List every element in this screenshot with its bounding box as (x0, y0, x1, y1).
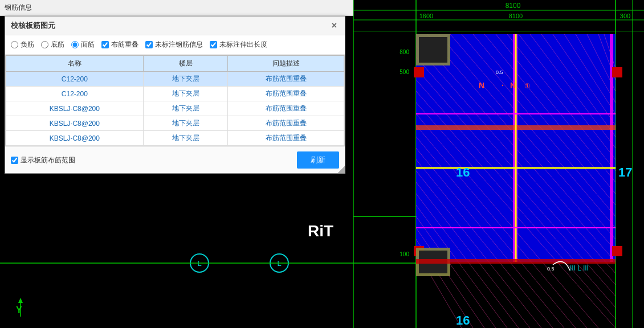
dialog-title-text: 校核板筋图元 (11, 20, 55, 31)
resize-handle[interactable] (338, 166, 345, 173)
svg-text:III   L   III: III L III (570, 264, 589, 272)
cell-floor: 地下夹层 (143, 72, 228, 87)
check-overlap-input[interactable] (101, 41, 109, 48)
top-bar: 钢筋信息 (0, 0, 353, 16)
cell-name: C12-200 (6, 87, 144, 101)
svg-text:1600: 1600 (419, 13, 433, 19)
top-bar-title: 钢筋信息 (5, 3, 32, 13)
svg-rect-59 (612, 67, 622, 77)
radio-bot-input[interactable] (41, 41, 48, 48)
radio-neg[interactable]: 负筋 (11, 40, 34, 50)
refresh-button[interactable]: 刷新 (297, 151, 339, 169)
check-show-range-label: 显示板筋布筋范围 (21, 155, 75, 165)
cell-issue: 布筋范围重叠 (228, 72, 344, 87)
svg-text:800: 800 (400, 49, 409, 55)
radio-face-label: 面筋 (81, 40, 95, 50)
dialog-bottom: 显示板筋布筋范围 刷新 (5, 146, 345, 173)
check-extend[interactable]: 未标注伸出长度 (210, 40, 267, 50)
radio-bot-label: 底筋 (51, 40, 64, 50)
svg-text:RiT: RiT (308, 222, 333, 240)
dialog-title-bar: 校核板筋图元 × (5, 17, 345, 35)
col-header-name: 名称 (6, 56, 144, 72)
radio-face-input[interactable] (71, 41, 79, 48)
check-unlabeled-input[interactable] (145, 41, 153, 48)
table-row[interactable]: C12-200地下夹层布筋范围重叠 (6, 72, 344, 87)
cell-floor: 地下夹层 (143, 131, 228, 146)
table-body: C12-200地下夹层布筋范围重叠C12-200地下夹层布筋范围重叠KBSLJ-… (6, 72, 344, 146)
svg-text:N: N (510, 81, 516, 90)
table-header-row: 名称 楼层 问题描述 (6, 56, 344, 72)
issues-table: 名称 楼层 问题描述 C12-200地下夹层布筋范围重叠C12-200地下夹层布… (6, 55, 344, 146)
close-button[interactable]: × (329, 20, 339, 31)
svg-text:0.5: 0.5 (496, 69, 503, 75)
svg-text:①: ① (524, 82, 531, 90)
radio-neg-label: 负筋 (21, 40, 34, 50)
cell-name: KBSLJ-C8@200 (6, 101, 144, 116)
check-overlap-label: 布筋重叠 (111, 40, 138, 50)
svg-text:Y: Y (16, 305, 22, 315)
cell-floor: 地下夹层 (143, 101, 228, 116)
cell-issue: 布筋范围重叠 (228, 116, 344, 131)
svg-text:8100: 8100 (506, 2, 521, 10)
svg-text:300: 300 (620, 13, 630, 19)
svg-text:8100: 8100 (509, 13, 523, 19)
table-row[interactable]: KBSLJ-C8@200地下夹层布筋范围重叠 (6, 131, 344, 146)
svg-rect-57 (419, 37, 447, 63)
svg-rect-61 (612, 246, 622, 256)
table-header: 名称 楼层 问题描述 (6, 56, 344, 72)
svg-text:·: · (502, 81, 504, 90)
table-row[interactable]: C12-200地下夹层布筋范围重叠 (6, 87, 344, 101)
col-header-issue: 问题描述 (228, 56, 344, 72)
table-wrapper[interactable]: 名称 楼层 问题描述 C12-200地下夹层布筋范围重叠C12-200地下夹层布… (5, 55, 345, 146)
check-show-range[interactable]: 显示板筋布筋范围 (11, 155, 75, 165)
cell-floor: 地下夹层 (143, 87, 228, 101)
col-header-floor: 楼层 (143, 56, 228, 72)
svg-text:0.5: 0.5 (547, 266, 555, 272)
radio-bot[interactable]: 底筋 (41, 40, 64, 50)
cell-issue: 布筋范围重叠 (228, 131, 344, 146)
dialog: 校核板筋图元 × 负筋 底筋 面筋 布筋重叠 未标注钢筋信息 未标注伸出长度 (5, 16, 345, 174)
cell-name: C12-200 (6, 72, 144, 87)
svg-text:17: 17 (618, 165, 632, 179)
svg-text:100: 100 (400, 251, 409, 257)
check-extend-label: 未标注伸出长度 (219, 40, 267, 50)
options-row: 负筋 底筋 面筋 布筋重叠 未标注钢筋信息 未标注伸出长度 (5, 35, 345, 55)
cell-name: KBSLJ-C8@200 (6, 116, 144, 131)
check-overlap[interactable]: 布筋重叠 (101, 40, 138, 50)
svg-text:N: N (479, 81, 484, 90)
check-extend-input[interactable] (210, 41, 217, 48)
svg-text:16: 16 (456, 165, 470, 179)
table-row[interactable]: KBSLJ-C8@200地下夹层布筋范围重叠 (6, 116, 344, 131)
check-unlabeled[interactable]: 未标注钢筋信息 (145, 40, 203, 50)
cell-issue: 布筋范围重叠 (228, 87, 344, 101)
table-row[interactable]: KBSLJ-C8@200地下夹层布筋范围重叠 (6, 101, 344, 116)
cell-issue: 布筋范围重叠 (228, 101, 344, 116)
check-show-range-input[interactable] (11, 157, 18, 164)
cell-floor: 地下夹层 (143, 116, 228, 131)
radio-face[interactable]: 面筋 (71, 40, 95, 50)
svg-text:16: 16 (456, 313, 470, 327)
svg-rect-58 (414, 67, 424, 77)
cell-name: KBSLJ-C8@200 (6, 131, 144, 146)
radio-neg-input[interactable] (11, 41, 18, 48)
svg-rect-76 (416, 259, 616, 264)
check-unlabeled-label: 未标注钢筋信息 (155, 40, 203, 50)
svg-text:500: 500 (400, 69, 409, 75)
